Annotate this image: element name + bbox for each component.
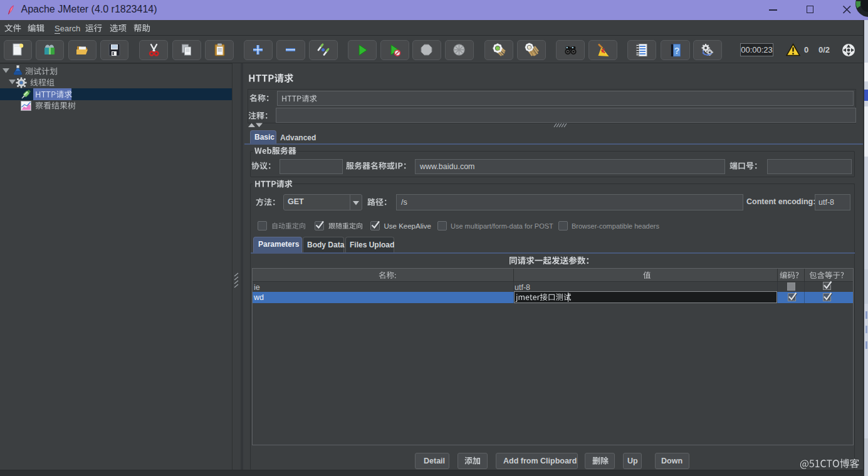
svg-text:?: ?: [674, 46, 679, 56]
